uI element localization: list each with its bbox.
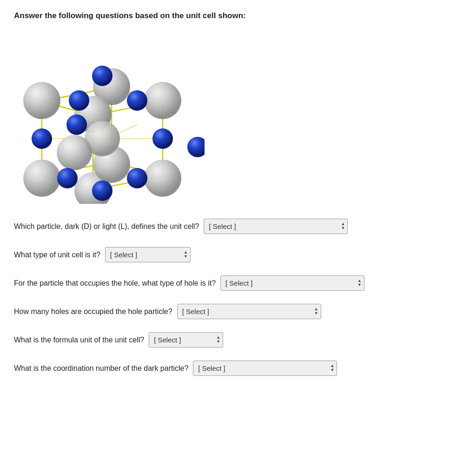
question-label-6: What is the coordination number of the d… <box>14 364 188 373</box>
question-row-4: How many holes are occupied the hole par… <box>14 304 462 319</box>
question-label-5: What is the formula unit of the unit cel… <box>14 336 144 344</box>
question-row-5: What is the formula unit of the unit cel… <box>14 332 462 348</box>
question-label-1: Which particle, dark (D) or light (L), d… <box>14 222 199 231</box>
svg-point-30 <box>152 128 173 149</box>
select-container-4: [ Select ] 1 2 4 6 8 ▲ ▼ <box>177 304 321 319</box>
questions-container: Which particle, dark (D) or light (L), d… <box>14 219 462 376</box>
svg-point-24 <box>57 135 92 170</box>
select-container-2: [ Select ] Simple Cubic Body-Centered Cu… <box>105 247 191 262</box>
select-container-1: [ Select ] D (dark) L (light) ▲ ▼ <box>204 219 348 234</box>
svg-point-25 <box>69 90 89 111</box>
svg-point-19 <box>23 82 60 119</box>
svg-point-28 <box>127 168 147 188</box>
question-label-2: What type of unit cell is it? <box>14 251 100 259</box>
select-q5[interactable]: [ Select ] AB AB₂ A₂B AB₃ <box>149 332 223 348</box>
question-row-1: Which particle, dark (D) or light (L), d… <box>14 219 462 234</box>
select-q3[interactable]: [ Select ] Tetrahedral Octahedral Cubic <box>220 275 364 291</box>
svg-point-31 <box>66 114 87 135</box>
svg-point-29 <box>32 128 52 149</box>
page-title: Answer the following questions based on … <box>14 11 462 20</box>
svg-point-27 <box>57 168 78 188</box>
select-container-3: [ Select ] Tetrahedral Octahedral Cubic … <box>220 275 364 291</box>
select-q6[interactable]: [ Select ] 4 6 8 12 <box>193 361 337 376</box>
select-container-6: [ Select ] 4 6 8 12 ▲ ▼ <box>193 361 337 376</box>
select-container-5: [ Select ] AB AB₂ A₂B AB₃ ▲ ▼ <box>149 332 223 348</box>
select-q4[interactable]: [ Select ] 1 2 4 6 8 <box>177 304 321 319</box>
question-row-3: For the particle that occupies the hole,… <box>14 275 462 291</box>
svg-point-26 <box>127 90 147 111</box>
question-row-6: What is the coordination number of the d… <box>14 361 462 376</box>
question-label-3: For the particle that occupies the hole,… <box>14 279 216 288</box>
svg-point-15 <box>23 160 60 197</box>
svg-point-17 <box>144 160 181 197</box>
select-q2[interactable]: [ Select ] Simple Cubic Body-Centered Cu… <box>105 247 191 262</box>
select-q1[interactable]: [ Select ] D (dark) L (light) <box>204 219 348 234</box>
svg-point-33 <box>92 66 112 86</box>
svg-point-21 <box>144 82 181 119</box>
svg-point-32 <box>92 181 112 201</box>
unit-cell-image <box>14 32 205 204</box>
question-label-4: How many holes are occupied the hole par… <box>14 308 172 316</box>
question-row-2: What type of unit cell is it? [ Select ]… <box>14 247 462 262</box>
